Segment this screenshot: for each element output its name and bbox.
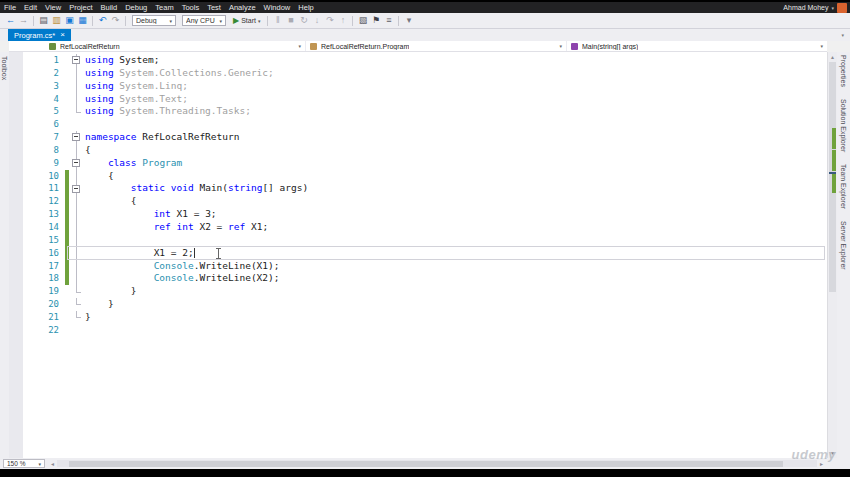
code-line-22[interactable]: 22 — [9, 324, 827, 337]
breakpoint-margin[interactable] — [9, 118, 23, 131]
code-line-12[interactable]: 12 { — [9, 195, 827, 208]
code-text[interactable]: namespace RefLocalRefReturn — [85, 131, 827, 144]
document-tab-program-cs[interactable]: Program.cs* × — [8, 29, 71, 41]
nav-back-icon[interactable]: ← — [4, 13, 17, 28]
side-tab-toolbox[interactable]: Toolbox — [1, 56, 8, 80]
stop-icon[interactable]: ■ — [284, 13, 297, 28]
breakpoint-margin[interactable] — [9, 195, 23, 208]
code-line-17[interactable]: 17 Console.WriteLine(X1); — [9, 260, 827, 273]
new-file-icon[interactable]: ▤ — [37, 13, 50, 28]
line-number[interactable]: 7 — [23, 131, 65, 144]
breakpoint-margin[interactable] — [9, 311, 23, 324]
code-text[interactable]: X1 = 2; — [85, 247, 827, 260]
code-text[interactable]: using System.Text; — [85, 93, 827, 106]
code-line-8[interactable]: 8{ — [9, 144, 827, 157]
fold-collapse-icon[interactable] — [69, 54, 85, 67]
menu-item-edit[interactable]: Edit — [20, 2, 41, 13]
breakpoint-margin[interactable] — [9, 247, 23, 260]
breakpoint-margin[interactable] — [9, 324, 23, 337]
line-number[interactable]: 11 — [23, 182, 65, 195]
code-text[interactable] — [85, 324, 827, 337]
line-number[interactable]: 20 — [23, 298, 65, 311]
code-line-14[interactable]: 14 ref int X2 = ref X1; — [9, 221, 827, 234]
code-text[interactable]: } — [85, 298, 827, 311]
code-text[interactable]: using System.Collections.Generic; — [85, 67, 827, 80]
code-line-11[interactable]: 11 static void Main(string[] args) — [9, 182, 827, 195]
menu-item-build[interactable]: Build — [97, 2, 122, 13]
menu-item-file[interactable]: File — [0, 2, 20, 13]
line-number[interactable]: 17 — [23, 260, 65, 273]
breakpoint-margin[interactable] — [9, 260, 23, 273]
side-tab-server-explorer[interactable]: Server Explorer — [840, 221, 847, 270]
redo-icon[interactable]: ↷ — [109, 13, 122, 28]
code-text[interactable]: { — [85, 144, 827, 157]
save-icon[interactable]: ▣ — [63, 13, 76, 28]
line-number[interactable]: 3 — [23, 80, 65, 93]
fold-collapse-icon[interactable] — [69, 131, 85, 144]
breakpoint-margin[interactable] — [9, 105, 23, 118]
hscroll-right-icon[interactable]: ▸ — [818, 460, 825, 467]
find-icon[interactable]: ▧ — [356, 13, 369, 28]
breakpoint-margin[interactable] — [9, 93, 23, 106]
side-tab-solution-explorer[interactable]: Solution Explorer — [840, 99, 847, 152]
line-number[interactable]: 19 — [23, 285, 65, 298]
code-text[interactable]: ref int X2 = ref X1; — [85, 221, 827, 234]
tab-close-icon[interactable]: × — [60, 31, 65, 39]
breakpoint-margin[interactable] — [9, 131, 23, 144]
breakpoint-margin[interactable] — [9, 285, 23, 298]
breakpoint-margin[interactable] — [9, 67, 23, 80]
code-line-18[interactable]: 18 Console.WriteLine(X2); — [9, 272, 827, 285]
breakpoint-margin[interactable] — [9, 182, 23, 195]
code-line-20[interactable]: 20 } — [9, 298, 827, 311]
code-line-19[interactable]: 19 } — [9, 285, 827, 298]
project-dropdown[interactable]: RefLocalRefReturn ▾ — [45, 41, 306, 51]
code-line-5[interactable]: 5using System.Threading.Tasks; — [9, 105, 827, 118]
comment-lines-icon[interactable]: ≡ — [382, 13, 395, 28]
member-dropdown[interactable]: Main(string[] args) ▾ — [567, 41, 827, 51]
line-number[interactable]: 15 — [23, 234, 65, 247]
hscroll-left-icon[interactable]: ◂ — [49, 460, 56, 467]
code-text[interactable]: using System.Linq; — [85, 80, 827, 93]
menu-item-window[interactable]: Window — [260, 2, 295, 13]
menu-item-analyze[interactable]: Analyze — [225, 2, 260, 13]
bookmark-flag-icon[interactable]: ⚑ — [369, 13, 382, 28]
line-number[interactable]: 5 — [23, 105, 65, 118]
code-text[interactable]: static void Main(string[] args) — [85, 182, 827, 195]
breakpoint-margin[interactable] — [9, 234, 23, 247]
menu-item-debug[interactable]: Debug — [121, 2, 151, 13]
save-all-icon[interactable]: ▦ — [76, 13, 89, 28]
scroll-down-icon[interactable]: ▼ — [828, 448, 837, 458]
line-number[interactable]: 21 — [23, 311, 65, 324]
code-text[interactable]: Console.WriteLine(X2); — [85, 272, 827, 285]
type-dropdown[interactable]: RefLocalRefReturn.Program ▾ — [306, 41, 567, 51]
document-list-caret-icon[interactable]: ▾ — [841, 32, 844, 38]
toolbar-overflow-icon[interactable]: ▾ — [402, 13, 415, 28]
code-line-7[interactable]: 7namespace RefLocalRefReturn — [9, 131, 827, 144]
line-number[interactable]: 10 — [23, 170, 65, 183]
code-line-16[interactable]: 16 X1 = 2; — [9, 247, 827, 260]
line-number[interactable]: 6 — [23, 118, 65, 131]
menu-item-tools[interactable]: Tools — [178, 2, 204, 13]
menu-item-team[interactable]: Team — [151, 2, 177, 13]
side-tab-properties[interactable]: Properties — [840, 55, 847, 87]
user-caret-icon[interactable]: ▾ — [831, 5, 834, 11]
zoom-control[interactable]: 150 % ▾ — [3, 459, 45, 468]
breakpoint-margin[interactable] — [9, 221, 23, 234]
pause-icon[interactable]: ‖ — [271, 13, 284, 28]
breakpoint-margin[interactable] — [9, 80, 23, 93]
line-number[interactable]: 8 — [23, 144, 65, 157]
vertical-scrollbar[interactable]: ▲ ▼ — [827, 52, 837, 458]
platform-dropdown[interactable]: Any CPU▾ — [182, 15, 226, 26]
code-line-3[interactable]: 3using System.Linq; — [9, 80, 827, 93]
line-number[interactable]: 1 — [23, 54, 65, 67]
start-debugging-button[interactable]: ▶Start▾ — [233, 16, 260, 25]
horizontal-scrollbar[interactable] — [57, 460, 817, 467]
code-text[interactable] — [85, 118, 827, 131]
horizontal-scrollbar-thumb[interactable] — [69, 461, 783, 467]
step-out-icon[interactable]: ↑ — [336, 13, 349, 28]
code-line-13[interactable]: 13 int X1 = 3; — [9, 208, 827, 221]
code-line-21[interactable]: 21} — [9, 311, 827, 324]
fold-collapse-icon[interactable] — [69, 182, 85, 195]
step-into-icon[interactable]: ↓ — [310, 13, 323, 28]
line-number[interactable]: 22 — [23, 324, 65, 337]
